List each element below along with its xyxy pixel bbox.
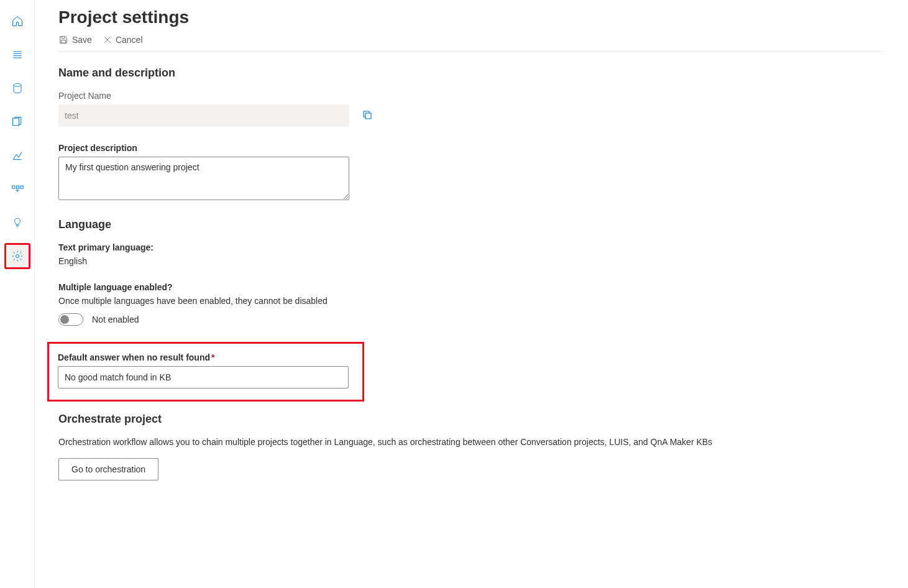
section-language-heading: Language — [58, 218, 884, 231]
page-title: Project settings — [58, 7, 884, 27]
nav-deploy[interactable] — [5, 143, 30, 168]
default-answer-input[interactable] — [58, 366, 349, 388]
copy-project-name-button[interactable] — [362, 109, 373, 122]
close-icon — [103, 35, 112, 44]
save-label: Save — [72, 35, 92, 45]
section-orchestrate-heading: Orchestrate project — [58, 413, 884, 426]
home-icon — [11, 15, 24, 27]
default-answer-label-text: Default answer when no result found — [58, 352, 210, 362]
nav-suggest[interactable] — [5, 210, 30, 235]
nav-edit[interactable] — [5, 109, 30, 134]
deploy-icon — [11, 149, 24, 162]
save-button[interactable]: Save — [58, 35, 92, 45]
go-to-orchestration-button[interactable]: Go to orchestration — [58, 458, 158, 480]
database-icon — [12, 82, 23, 94]
gear-icon — [11, 250, 24, 262]
nav-list[interactable] — [5, 42, 30, 67]
cancel-label: Cancel — [116, 35, 143, 45]
orchestrate-desc: Orchestration workflow allows you to cha… — [58, 437, 884, 447]
multi-language-toggle[interactable] — [58, 313, 83, 326]
nav-improve[interactable] — [5, 177, 30, 201]
multi-language-hint: Once multiple languages have been enable… — [58, 296, 884, 306]
project-name-label: Project Name — [58, 91, 884, 101]
nav-home[interactable] — [5, 9, 30, 34]
svg-rect-7 — [365, 113, 371, 119]
primary-language-label: Text primary language: — [58, 242, 884, 252]
nav-data[interactable] — [5, 76, 30, 101]
list-icon — [11, 48, 24, 61]
sidebar — [0, 0, 35, 588]
cancel-button[interactable]: Cancel — [103, 35, 143, 45]
layers-icon — [11, 116, 24, 128]
svg-point-0 — [14, 84, 21, 87]
lightbulb-icon — [12, 216, 23, 229]
section-name-desc-heading: Name and description — [58, 67, 884, 80]
main-content: Project settings Save Cancel Name and de… — [35, 0, 908, 588]
default-answer-section: Default answer when no result found* — [47, 342, 364, 402]
project-desc-input[interactable] — [58, 157, 349, 200]
nav-settings[interactable] — [5, 244, 30, 269]
project-name-input — [58, 104, 349, 127]
toolbar: Save Cancel — [58, 35, 884, 52]
svg-rect-3 — [16, 186, 19, 188]
required-asterisk: * — [211, 352, 214, 362]
project-desc-label: Project description — [58, 143, 884, 153]
default-answer-label: Default answer when no result found* — [58, 352, 354, 362]
primary-language-value: English — [58, 256, 884, 266]
flow-icon — [11, 185, 24, 193]
copy-icon — [362, 109, 373, 121]
multi-language-toggle-label: Not enabled — [92, 315, 139, 324]
multi-language-label: Multiple language enabled? — [58, 282, 884, 292]
svg-rect-4 — [21, 186, 23, 188]
svg-rect-2 — [12, 186, 14, 188]
save-icon — [58, 35, 68, 45]
svg-rect-6 — [62, 40, 66, 44]
svg-rect-1 — [12, 118, 19, 126]
svg-point-5 — [16, 255, 19, 258]
